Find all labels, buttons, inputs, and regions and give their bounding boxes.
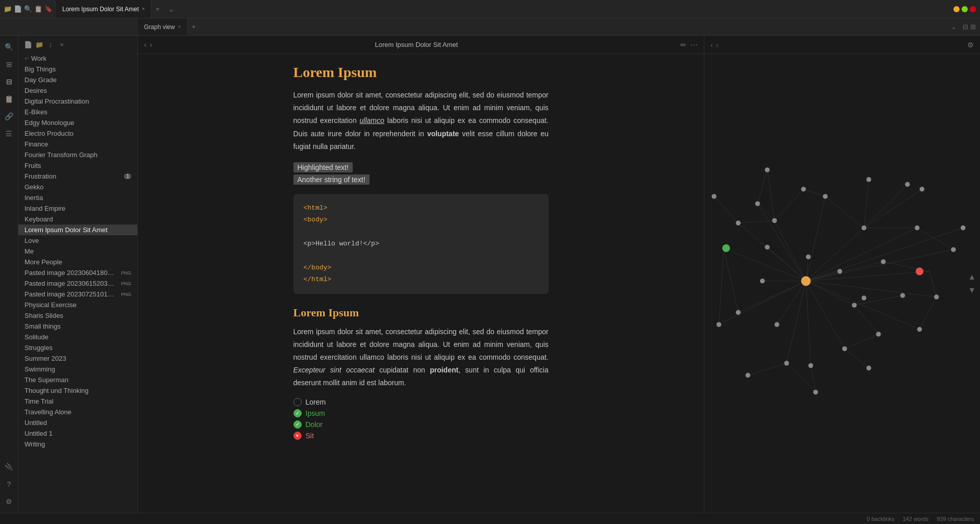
file-item-inland-empire[interactable]: Inland Empire [18,203,137,214]
links-sidebar-button[interactable]: 🔗 [2,109,16,123]
check-circle-sit[interactable] [293,432,302,440]
file-item-inertia[interactable]: Inertia [18,192,137,203]
graph-node[interactable] [862,295,866,300]
file-item-untitled-1[interactable]: Untitled 1 [18,428,137,439]
graph-back-button[interactable]: ‹ [710,41,713,49]
file-item-gekko[interactable]: Gekko [18,182,137,192]
graph-forward-button[interactable]: › [716,41,719,49]
editor-more-icon[interactable]: ⋯ [691,41,698,49]
graph-node[interactable] [920,187,924,191]
graph-node[interactable] [900,293,905,297]
file-item-thought-und-thinking[interactable]: Thought und Thinking [18,385,137,396]
file-item-work[interactable]: ↩ Work [18,53,137,64]
editor-forward-button[interactable]: › [150,40,152,49]
file-item-sharis-slides[interactable]: Sharis Slides [18,310,137,321]
check-circle-ipsum[interactable] [293,409,302,417]
file-item-time-trial[interactable]: Time Trial [18,396,137,407]
file-item-electro-producto[interactable]: Electro Producto [18,128,137,139]
graph-node[interactable] [842,346,847,351]
graph-scroll-up-button[interactable]: ▲ [968,272,976,282]
minimize-button[interactable] [953,6,960,12]
graph-scroll-down-button[interactable]: ▼ [968,286,976,295]
file-item-physical-exercise[interactable]: Physical Exercise [18,300,137,310]
file-item-untitled[interactable]: Untitled [18,417,137,428]
maximize-button[interactable] [962,6,968,12]
editor-back-button[interactable]: ‹ [144,40,146,49]
graph-node[interactable] [866,366,871,370]
graph-node[interactable] [934,294,939,299]
check-circle-dolor[interactable] [293,420,302,429]
pages-sidebar-button[interactable]: 📋 [2,92,16,106]
graph-node[interactable] [755,201,760,206]
graph-settings-button[interactable]: ⚙ [967,41,974,49]
file-item-pasted2[interactable]: Pasted image 20230615203730 PNG [18,278,137,289]
split-icon[interactable]: ⊟ [963,23,968,31]
editor-body[interactable]: Lorem Ipsum Lorem ipsum dolor sit amet, … [273,54,569,513]
graph-node[interactable] [876,332,880,336]
graph-node[interactable] [852,303,856,307]
file-item-finance[interactable]: Finance [18,139,137,149]
checklist-item-lorem[interactable]: Lorem [293,398,549,406]
tab-add-button[interactable]: + [152,0,164,18]
file-item-struggles[interactable]: Struggles [18,342,137,353]
graph-node[interactable] [813,390,818,394]
close-panel-button[interactable]: × [57,40,66,49]
close-button[interactable] [970,6,976,12]
graph-node[interactable] [760,279,765,283]
graph-node[interactable] [838,269,842,273]
note-icon-tb[interactable]: 📋 [35,6,42,13]
new-folder-button[interactable]: 📁 [35,40,44,49]
sort-button[interactable]: ↕ [46,40,55,49]
file-item-the-superman[interactable]: The Superman [18,375,137,385]
file-item-travelling-alone[interactable]: Travelling Alone [18,407,137,417]
graph-node[interactable] [823,194,827,198]
file-item-writing[interactable]: Writing [18,439,137,450]
tab-close-icon[interactable]: × [142,6,145,12]
graph-node-active[interactable] [801,276,811,286]
graph-node[interactable] [915,226,919,230]
file-item-fruits[interactable]: Fruits [18,160,137,171]
file-item-frustration[interactable]: Frustration 1 [18,171,137,182]
file-item-big-things[interactable]: Big Things [18,64,137,74]
file-item-summer-2023[interactable]: Summer 2023 [18,353,137,364]
graph-node[interactable] [765,167,769,172]
graph-node[interactable] [951,247,955,252]
plugins-button[interactable]: 🔌 [2,460,16,474]
file-item-digital-proc[interactable]: Digital Procrastination [18,96,137,107]
file-item-edgy-monologue[interactable]: Edgy Monologue [18,117,137,128]
graph-canvas[interactable]: ▲ ▼ [704,54,980,513]
file-item-keyboard[interactable]: Keyboard [18,214,137,224]
home-sidebar-button[interactable]: ⊞ [2,57,16,71]
checklist-item-ipsum[interactable]: Ipsum [293,409,549,417]
file-item-pasted1[interactable]: Pasted image 20230604180900 PNG [18,267,137,278]
file-item-e-bikes[interactable]: E-Bikes [18,107,137,117]
file-item-small-things[interactable]: Small things [18,321,137,332]
graph-node[interactable] [905,182,910,187]
graph-tab-add-button[interactable]: + [188,23,200,31]
check-circle-lorem[interactable] [293,398,302,406]
search-icon-tb[interactable]: 🔍 [24,6,32,13]
graph-node-red[interactable] [916,267,923,275]
graph-node[interactable] [765,245,769,249]
graph-tab-close-icon[interactable]: × [178,24,181,30]
graph-node[interactable] [862,226,866,230]
file-item-desires[interactable]: Desires [18,85,137,96]
tab-graph-view[interactable]: Graph view × [138,18,188,35]
file-item-more-people[interactable]: More People [18,257,137,267]
file-icon[interactable]: 📄 [14,6,21,13]
file-item-love[interactable]: Love [18,235,137,246]
graph-node[interactable] [801,187,805,191]
graph-node[interactable] [712,194,716,198]
file-item-me[interactable]: Me [18,246,137,257]
graph-node[interactable] [746,373,750,378]
file-item-day-grade[interactable]: Day Grade [18,74,137,85]
graph-node[interactable] [808,363,813,368]
help-button[interactable]: ? [2,477,16,491]
graph-node[interactable] [736,310,741,315]
folder-icon[interactable]: 📁 [4,6,11,13]
graph-node[interactable] [772,218,777,223]
file-item-solitude[interactable]: Solitude [18,332,137,342]
graph-node[interactable] [881,259,886,264]
checklist-item-dolor[interactable]: Dolor [293,420,549,429]
file-item-pasted3[interactable]: Pasted image 20230725101203 PNG [18,289,137,300]
